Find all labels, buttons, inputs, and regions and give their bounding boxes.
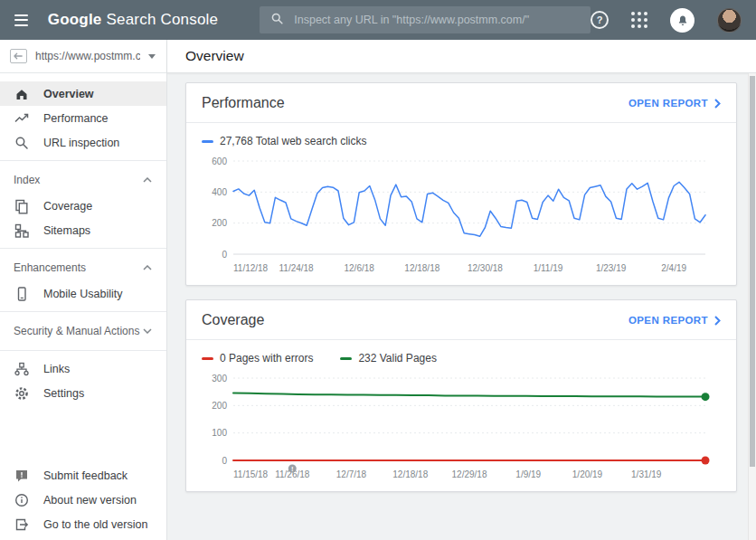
svg-text:12/18/18: 12/18/18 xyxy=(392,469,428,479)
exit-arrow-icon xyxy=(14,516,30,533)
sidebar-item-label: Mobile Usability xyxy=(43,288,123,300)
app-logo: GoogleSearch Console xyxy=(48,11,219,29)
svg-text:1/9/19: 1/9/19 xyxy=(515,469,541,479)
open-report-link-performance[interactable]: OPEN REPORT xyxy=(628,98,721,109)
chevron-right-icon xyxy=(714,99,721,109)
sidebar-item-about-new-version[interactable]: About new version xyxy=(0,488,166,512)
svg-text:400: 400 xyxy=(212,187,227,197)
vertical-scrollbar[interactable] xyxy=(748,73,756,540)
sidebar-item-coverage[interactable]: Coverage xyxy=(0,194,166,218)
menu-icon[interactable] xyxy=(14,14,28,26)
sidebar: https://www.postmm.com/ Overview Perform… xyxy=(0,40,167,540)
chevron-up-icon xyxy=(143,265,152,270)
svg-text:100: 100 xyxy=(212,428,227,438)
sidebar-item-url-inspection[interactable]: URL inspection xyxy=(0,130,166,155)
workspace: https://www.postmm.com/ Overview Perform… xyxy=(0,40,756,540)
legend-item-clicks: 27,768 Total web search clicks xyxy=(202,135,367,147)
gear-icon xyxy=(14,385,30,402)
svg-text:12/18/18: 12/18/18 xyxy=(404,263,439,273)
svg-text:300: 300 xyxy=(212,374,227,384)
notifications-bell-icon[interactable] xyxy=(670,8,695,33)
performance-chart: 020040060011/12/1811/24/1812/6/1812/18/1… xyxy=(186,149,736,285)
coverage-card: Coverage OPEN REPORT 0 Pages with errors xyxy=(185,299,737,492)
sidebar-footer: Submit feedback About new version Go to … xyxy=(0,463,166,540)
sidebar-item-label: Coverage xyxy=(43,200,92,213)
chevron-up-icon xyxy=(143,177,152,183)
sidebar-item-settings[interactable]: Settings xyxy=(0,381,166,405)
section-label: Security & Manual Actions xyxy=(14,325,139,337)
sidebar-item-label: About new version xyxy=(43,494,137,507)
smartphone-icon xyxy=(14,286,30,302)
info-circle-icon xyxy=(14,492,30,508)
content-scroll-area: Performance OPEN REPORT 27,768 Total web… xyxy=(167,73,756,540)
help-icon[interactable]: ? xyxy=(591,11,609,29)
property-selector[interactable]: https://www.postmm.com/ xyxy=(0,40,166,73)
search-icon xyxy=(14,135,30,151)
link-tree-icon xyxy=(14,361,30,377)
chevron-down-icon xyxy=(148,54,156,59)
account-avatar[interactable] xyxy=(717,8,742,33)
top-app-bar: GoogleSearch Console ? xyxy=(0,0,756,40)
sidebar-item-submit-feedback[interactable]: Submit feedback xyxy=(0,463,166,488)
section-label: Enhancements xyxy=(14,261,86,274)
svg-text:11/24/18: 11/24/18 xyxy=(279,263,315,273)
chevron-right-icon xyxy=(714,316,721,326)
sidebar-item-overview[interactable]: Overview xyxy=(0,81,166,106)
scrollbar-thumb[interactable] xyxy=(750,76,755,467)
svg-text:0: 0 xyxy=(222,456,227,466)
svg-text:1/20/19: 1/20/19 xyxy=(572,469,603,479)
divider xyxy=(0,350,166,351)
open-report-label: OPEN REPORT xyxy=(628,98,708,109)
trending-up-icon xyxy=(14,110,30,127)
svg-text:12/30/18: 12/30/18 xyxy=(468,263,503,273)
svg-text:1/23/19: 1/23/19 xyxy=(596,263,627,273)
svg-text:2/4/19: 2/4/19 xyxy=(661,263,686,273)
sidebar-item-performance[interactable]: Performance xyxy=(0,106,166,130)
google-apps-icon[interactable] xyxy=(631,12,647,28)
sidebar-item-go-to-old-version[interactable]: Go to the old version xyxy=(0,512,166,536)
sidebar-item-label: Sitemaps xyxy=(43,224,90,237)
property-url: https://www.postmm.com/ xyxy=(35,50,140,62)
divider xyxy=(0,311,166,312)
feedback-bubble-icon xyxy=(14,468,30,484)
url-prefix-property-icon xyxy=(10,49,27,63)
logo-product: Search Console xyxy=(106,11,218,28)
svg-text:0: 0 xyxy=(222,250,227,260)
help-glyph: ? xyxy=(597,14,603,25)
svg-text:200: 200 xyxy=(212,401,227,411)
sidebar-section-security[interactable]: Security & Manual Actions xyxy=(0,317,166,345)
open-report-link-coverage[interactable]: OPEN REPORT xyxy=(628,315,721,326)
legend-label: 232 Valid Pages xyxy=(358,352,437,365)
sidebar-section-enhancements[interactable]: Enhancements xyxy=(0,254,166,281)
legend-row: 27,768 Total web search clicks xyxy=(186,123,736,149)
svg-text:11/12/18: 11/12/18 xyxy=(233,263,269,273)
sidebar-section-index[interactable]: Index xyxy=(0,166,166,194)
svg-text:1/31/19: 1/31/19 xyxy=(631,469,662,479)
legend-dash-icon xyxy=(202,140,213,143)
coverage-chart: 010020030011/15/1811/26/1812/7/1812/18/1… xyxy=(186,366,736,491)
sidebar-item-label: Links xyxy=(43,363,70,375)
url-inspect-searchbar[interactable] xyxy=(260,6,591,33)
legend-label: 27,768 Total web search clicks xyxy=(220,135,367,147)
card-title: Performance xyxy=(202,95,285,111)
svg-text:12/29/18: 12/29/18 xyxy=(452,469,487,479)
url-inspect-input[interactable] xyxy=(294,14,580,26)
card-header: Performance OPEN REPORT xyxy=(186,83,736,122)
card-title: Coverage xyxy=(202,312,264,328)
content-header: Overview xyxy=(167,40,756,73)
sidebar-item-mobile-usability[interactable]: Mobile Usability xyxy=(0,281,166,306)
sidebar-item-sitemaps[interactable]: Sitemaps xyxy=(0,218,166,242)
open-report-label: OPEN REPORT xyxy=(628,315,708,326)
performance-card: Performance OPEN REPORT 27,768 Total web… xyxy=(185,82,737,286)
sidebar-item-links[interactable]: Links xyxy=(0,356,166,381)
sidebar-item-label: Go to the old version xyxy=(43,518,147,531)
sidebar-nav: Overview Performance URL inspection xyxy=(0,73,166,540)
svg-text:11/15/18: 11/15/18 xyxy=(233,469,269,479)
legend-item-errors: 0 Pages with errors xyxy=(202,352,313,365)
section-label: Index xyxy=(14,174,40,186)
app-window: GoogleSearch Console ? https://www.postm xyxy=(0,0,756,540)
legend-item-valid: 232 Valid Pages xyxy=(340,352,437,365)
chevron-down-icon xyxy=(143,328,152,334)
sidebar-item-label: URL inspection xyxy=(43,137,119,149)
svg-text:600: 600 xyxy=(212,156,227,166)
